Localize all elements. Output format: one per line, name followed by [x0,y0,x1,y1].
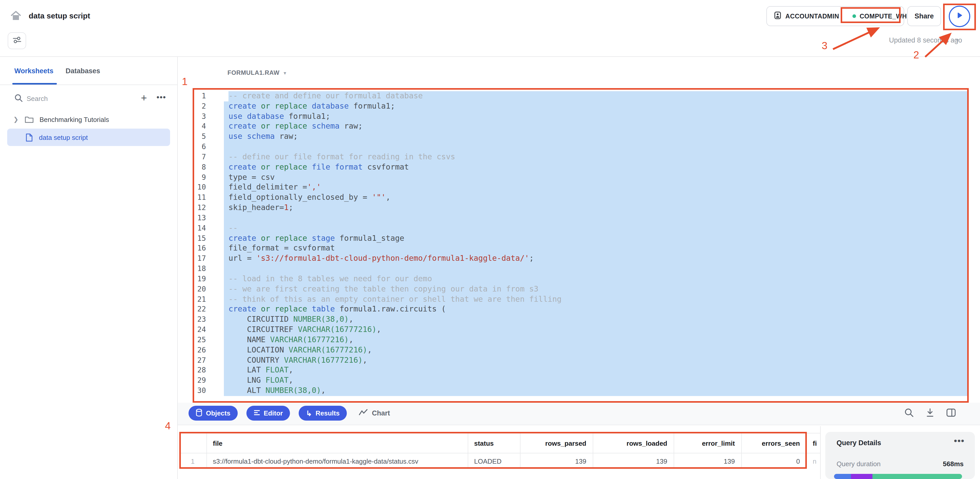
column-header[interactable]: rows_parsed [520,433,593,453]
code-line[interactable]: -- [224,223,968,234]
results-label: Results [315,409,340,417]
sql-editor[interactable]: -- create and define our formula1 databa… [224,91,968,396]
code-line[interactable]: field_delimiter =',' [224,183,968,193]
query-details-panel: Query Details ••• Query duration 568ms [825,432,975,479]
table-row[interactable]: 1s3://formula1-dbt-cloud-python-demo/for… [179,453,820,469]
home-button[interactable] [5,6,27,28]
line-number: 5 [192,132,206,142]
filters-button[interactable] [8,32,26,49]
database-schema-selector[interactable]: FORMULA1.RAW ▾ [228,69,286,76]
code-line[interactable]: LNG FLOAT, [224,376,968,386]
line-number: 26 [192,345,206,355]
worksheet-item-selected[interactable]: data setup script [7,129,170,146]
code-line[interactable]: -- create and define our formula1 databa… [224,91,968,102]
annotation-label-4: 4 [165,420,170,432]
line-number: 3 [192,111,206,122]
column-header[interactable]: errors_seen [741,433,807,453]
query-details-divider [820,426,821,479]
tab-databases[interactable]: Databases [65,67,100,75]
column-header[interactable] [179,433,207,453]
chart-tab[interactable]: Chart [359,409,390,417]
results-table-header: filestatusrows_parsedrows_loadederror_li… [179,433,820,453]
title-dropdown-caret-icon[interactable]: ▾ [77,12,80,19]
run-button[interactable] [949,6,970,27]
code-line[interactable]: -- load in the 8 tables we need for our … [224,274,968,284]
session-context-pill: ACCOUNTADMIN COMPUTE_WH [766,6,904,26]
column-header[interactable]: rows_loaded [593,433,674,453]
search-results-button[interactable] [903,406,915,419]
column-header[interactable]: file [207,433,468,453]
code-line[interactable]: -- think of this as an empty container o… [224,294,968,305]
warehouse-selector[interactable]: COMPUTE_WH [846,7,914,25]
code-line[interactable]: -- we are first creating the table then … [224,284,968,294]
search-icon [14,94,23,105]
code-line[interactable] [224,213,968,223]
code-line[interactable] [224,142,968,152]
header-divider [0,56,980,57]
download-results-button[interactable] [924,406,936,419]
code-line[interactable]: ALT NUMBER(38,0), [224,386,968,396]
worksheet-title[interactable]: data setup script [29,11,90,20]
line-number: 19 [192,274,206,284]
code-line[interactable]: use database formula1; [224,111,968,122]
code-line[interactable]: field_optionally_enclosed_by = '"', [224,193,968,203]
query-details-menu-button[interactable]: ••• [954,436,965,446]
folder-label: Benchmarking Tutorials [40,116,109,123]
role-selector[interactable]: ACCOUNTADMIN [767,7,846,25]
line-number: 2 [192,102,206,112]
folder-item-benchmarking-tutorials[interactable]: ❯ Benchmarking Tutorials [7,112,170,127]
code-line[interactable]: use schema raw; [224,132,968,142]
table-cell: 139 [674,453,741,469]
line-number: 15 [192,233,206,243]
results-toggle-button[interactable]: ↳ Results [299,406,347,420]
code-line[interactable]: url = 's3://formula1-dbt-cloud-python-de… [224,254,968,264]
code-line[interactable]: type = csv [224,172,968,183]
line-number: 17 [192,254,206,264]
results-table-body: 1s3://formula1-dbt-cloud-python-demo/for… [179,453,820,469]
home-icon [10,10,22,24]
new-worksheet-button[interactable]: + [137,91,151,105]
code-line[interactable]: LOCATION VARCHAR(16777216), [224,345,968,355]
code-line[interactable]: create or replace table formula1.raw.cir… [224,305,968,315]
line-number: 12 [192,203,206,213]
query-duration-bar [834,474,962,479]
annotation-label-1: 1 [182,76,188,88]
share-button[interactable]: Share [907,6,941,26]
line-number: 29 [192,376,206,386]
code-line[interactable]: create or replace database formula1; [224,102,968,112]
results-table[interactable]: filestatusrows_parsedrows_loadederror_li… [179,433,820,469]
code-line[interactable]: skip_header=1; [224,203,968,213]
column-header[interactable]: error_limit [674,433,741,453]
warehouse-name: COMPUTE_WH [860,13,907,20]
line-number: 20 [192,284,206,294]
query-duration-value: 568ms [943,460,964,468]
column-header[interactable]: status [468,433,520,453]
code-line[interactable]: create or replace file format csvformat [224,162,968,173]
code-line[interactable] [224,264,968,274]
code-line[interactable]: CIRCUITID NUMBER(38,0), [224,315,968,325]
objects-toggle-button[interactable]: Objects [189,406,237,420]
chevron-right-icon[interactable]: ❯ [13,116,18,123]
code-line[interactable]: -- define our file format for reading in… [224,152,968,162]
code-line[interactable]: create or replace stage formula1_stage [224,233,968,243]
code-line[interactable]: create or replace schema raw; [224,122,968,132]
tab-worksheets[interactable]: Worksheets [14,67,54,75]
code-line[interactable]: NAME VARCHAR(16777216), [224,335,968,345]
code-line[interactable]: file_format = csvformat [224,243,968,254]
results-arrow-icon: ↳ [306,409,312,417]
code-line[interactable]: COUNTRY VARCHAR(16777216), [224,355,968,366]
editor-toggle-button[interactable]: Editor [246,406,290,420]
editor-line-numbers: 1234567891011121314151617181920212223242… [192,91,206,396]
code-line[interactable]: LAT FLOAT, [224,366,968,376]
line-number: 24 [192,325,206,335]
column-header[interactable]: fi [807,433,820,453]
line-number: 18 [192,264,206,274]
context-name: FORMULA1.RAW [228,69,280,76]
code-line[interactable]: CIRCUITREF VARCHAR(16777216), [224,325,968,335]
updated-dropdown-caret-icon[interactable]: ▾ [956,37,958,43]
worksheet-item-label: data setup script [39,134,88,141]
line-number: 13 [192,213,206,223]
sidebar-more-button[interactable]: ••• [155,91,168,105]
chart-line-icon [359,409,368,417]
split-columns-button[interactable] [945,406,957,419]
